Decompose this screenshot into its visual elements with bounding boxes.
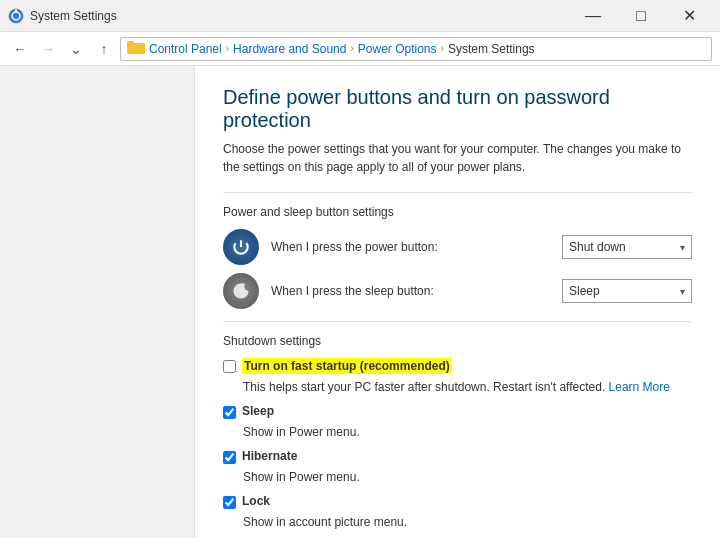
window-controls: — □ ✕ [570, 2, 712, 30]
breadcrumb-sep-1: › [226, 43, 229, 54]
hibernate-label[interactable]: Hibernate [242, 449, 297, 463]
sleep-button-label: When I press the sleep button: [271, 284, 550, 298]
sleep-button-icon [223, 273, 259, 309]
power-button-label: When I press the power button: [271, 240, 550, 254]
fast-startup-highlight: Turn on fast startup (recommended) [242, 358, 452, 374]
power-button-row: When I press the power button: Shut down… [223, 229, 692, 265]
fast-startup-text: Turn on fast startup (recommended) [244, 359, 450, 373]
sleep-button-row: When I press the sleep button: Sleep ▾ [223, 273, 692, 309]
hibernate-row: Hibernate [223, 449, 692, 464]
back-button[interactable]: ← [8, 37, 32, 61]
svg-rect-2 [15, 9, 17, 13]
app-icon [8, 8, 24, 24]
learn-more-link[interactable]: Learn More [609, 380, 670, 394]
sleep-button-dropdown[interactable]: Sleep ▾ [562, 279, 692, 303]
breadcrumb-control-panel[interactable]: Control Panel [149, 42, 222, 56]
fast-startup-desc: This helps start your PC faster after sh… [243, 380, 692, 394]
page-description: Choose the power settings that you want … [223, 140, 692, 176]
power-button-dropdown[interactable]: Shut down ▾ [562, 235, 692, 259]
divider-2 [223, 321, 692, 322]
content-area: Define power buttons and turn on passwor… [195, 66, 720, 538]
close-button[interactable]: ✕ [666, 2, 712, 30]
address-bar: ← → ⌄ ↑ Control Panel › Hardware and Sou… [0, 32, 720, 66]
lock-label[interactable]: Lock [242, 494, 270, 508]
svg-rect-5 [127, 41, 134, 45]
lock-text: Lock [242, 494, 270, 508]
breadcrumb: Control Panel › Hardware and Sound › Pow… [120, 37, 712, 61]
sleep-label[interactable]: Sleep [242, 404, 274, 418]
power-dropdown-arrow: ▾ [680, 242, 685, 253]
sleep-text: Sleep [242, 404, 274, 418]
hibernate-desc: Show in Power menu. [243, 470, 692, 484]
divider-1 [223, 192, 692, 193]
fast-startup-checkbox[interactable] [223, 360, 236, 373]
breadcrumb-hardware-sound[interactable]: Hardware and Sound [233, 42, 346, 56]
title-bar: System Settings — □ ✕ [0, 0, 720, 32]
dropdown-button[interactable]: ⌄ [64, 37, 88, 61]
breadcrumb-sep-3: › [441, 43, 444, 54]
forward-button[interactable]: → [36, 37, 60, 61]
breadcrumb-power-options[interactable]: Power Options [358, 42, 437, 56]
fast-startup-row: Turn on fast startup (recommended) [223, 358, 692, 374]
up-button[interactable]: ↑ [92, 37, 116, 61]
power-button-value: Shut down [569, 240, 626, 254]
power-button-settings: Power and sleep button settings When I p… [223, 205, 692, 309]
hibernate-text: Hibernate [242, 449, 297, 463]
lock-checkbox[interactable] [223, 496, 236, 509]
window-title: System Settings [30, 9, 117, 23]
lock-row: Lock [223, 494, 692, 509]
breadcrumb-sep-2: › [350, 43, 353, 54]
power-button-icon [223, 229, 259, 265]
shutdown-settings: Shutdown settings Turn on fast startup (… [223, 334, 692, 529]
sleep-desc: Show in Power menu. [243, 425, 692, 439]
page-title: Define power buttons and turn on passwor… [223, 86, 692, 132]
sleep-checkbox[interactable] [223, 406, 236, 419]
sidebar [0, 66, 195, 538]
lock-desc: Show in account picture menu. [243, 515, 692, 529]
sleep-row: Sleep [223, 404, 692, 419]
main-container: Define power buttons and turn on passwor… [0, 66, 720, 538]
hibernate-checkbox[interactable] [223, 451, 236, 464]
maximize-button[interactable]: □ [618, 2, 664, 30]
shutdown-section-label: Shutdown settings [223, 334, 692, 348]
breadcrumb-folder-icon [127, 40, 145, 57]
fast-startup-label[interactable]: Turn on fast startup (recommended) [242, 358, 452, 374]
minimize-button[interactable]: — [570, 2, 616, 30]
sleep-dropdown-arrow: ▾ [680, 286, 685, 297]
power-section-label: Power and sleep button settings [223, 205, 692, 219]
breadcrumb-current: System Settings [448, 42, 535, 56]
sleep-button-value: Sleep [569, 284, 600, 298]
